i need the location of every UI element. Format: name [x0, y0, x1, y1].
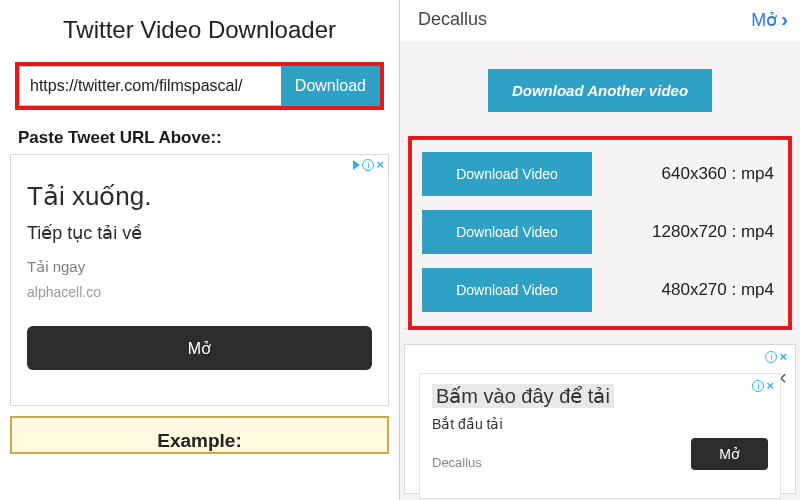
download-video-button[interactable]: Download Video [422, 268, 592, 312]
right-ad-inner: i × Bấm vào đây để tải Bắt đầu tải Decal… [419, 373, 781, 499]
top-app-name: Decallus [418, 9, 487, 30]
ad-info-icon[interactable]: i [362, 159, 374, 171]
adchoices-icon[interactable] [353, 160, 360, 170]
right-ad-outer: i × × i × Bấm vào đây để tải Bắt đầu tải… [404, 344, 796, 494]
ad-close-icon[interactable]: × [779, 349, 787, 364]
example-box: Example: [10, 416, 389, 454]
ad-info-icon[interactable]: i [752, 380, 764, 392]
resolution-label: 1280x720 : mp4 [652, 222, 778, 242]
top-open-link[interactable]: Mở › [751, 8, 788, 31]
resolution-list: Download Video 640x360 : mp4 Download Vi… [408, 136, 792, 330]
right-ad-open-button[interactable]: Mở [691, 438, 768, 470]
left-panel: Twitter Video Downloader Download Paste … [0, 0, 400, 500]
right-ad-heading: Bấm vào đây để tải [432, 384, 614, 408]
ad-domain: alphacell.co [27, 284, 372, 300]
ad-subheading: Tiếp tục tải về [27, 222, 372, 244]
download-video-button[interactable]: Download Video [422, 152, 592, 196]
ad-heading: Tải xuống. [27, 181, 372, 212]
resolution-label: 640x360 : mp4 [662, 164, 778, 184]
right-panel: Decallus Mở › Download Another video Dow… [400, 0, 800, 500]
top-open-label: Mở [751, 9, 777, 31]
example-label: Example: [12, 430, 387, 452]
resolution-row: Download Video 640x360 : mp4 [420, 148, 780, 200]
right-ad-sub: Bắt đầu tải [432, 416, 768, 432]
ad-badge-outer: i × [765, 349, 787, 364]
left-ad-card: i × Tải xuống. Tiếp tục tải về Tải ngay … [10, 154, 389, 406]
resolution-label: 480x270 : mp4 [662, 280, 778, 300]
right-ad-footer: Decallus Mở [432, 438, 768, 470]
resolution-row: Download Video 480x270 : mp4 [420, 264, 780, 316]
ad-badge: i × [353, 157, 384, 172]
download-button[interactable]: Download [281, 66, 380, 106]
chevron-right-icon: › [781, 8, 788, 31]
ad-info-icon[interactable]: i [765, 351, 777, 363]
paste-label: Paste Tweet URL Above:: [18, 128, 381, 148]
app-root: Twitter Video Downloader Download Paste … [0, 0, 800, 500]
download-video-button[interactable]: Download Video [422, 210, 592, 254]
ad-badge-inner: i × [752, 378, 774, 393]
download-another-button[interactable]: Download Another video [488, 69, 712, 112]
tweet-url-input[interactable] [19, 66, 281, 106]
resolution-row: Download Video 1280x720 : mp4 [420, 206, 780, 258]
right-top-bar: Decallus Mở › [400, 0, 800, 41]
ad-close-icon[interactable]: × [376, 157, 384, 172]
url-input-row: Download [15, 62, 384, 110]
page-title: Twitter Video Downloader [10, 16, 389, 44]
ad-close-icon[interactable]: × [766, 378, 774, 393]
ad-open-button[interactable]: Mở [27, 326, 372, 370]
ad-line: Tải ngay [27, 258, 372, 276]
right-ad-domain: Decallus [432, 455, 482, 470]
